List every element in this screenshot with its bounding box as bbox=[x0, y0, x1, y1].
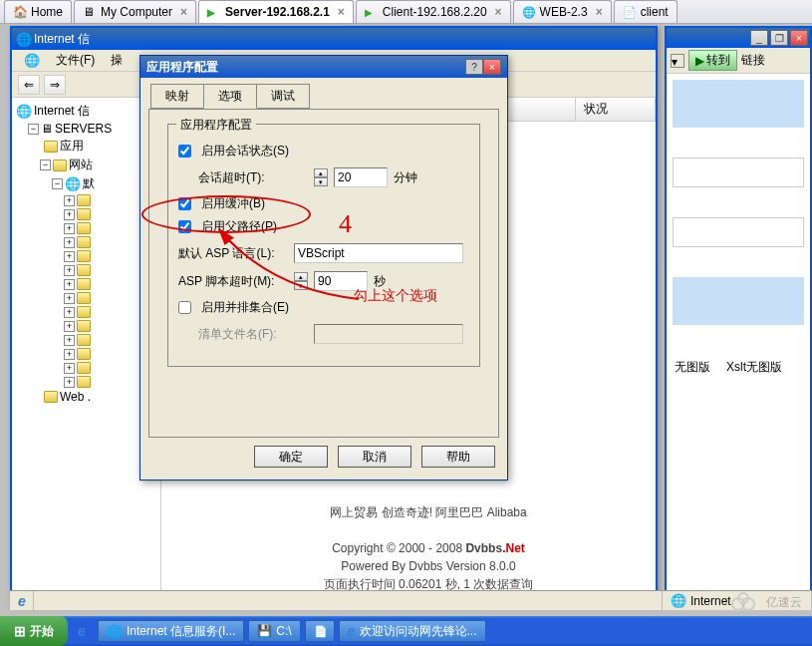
tab-client1[interactable]: Client-192.168.2.20× bbox=[356, 0, 511, 23]
server-icon bbox=[365, 5, 379, 19]
ie-icon bbox=[78, 623, 86, 639]
enable-parent-path-checkbox[interactable] bbox=[178, 220, 191, 233]
close-icon[interactable]: × bbox=[596, 5, 603, 19]
tree-toggle[interactable]: + bbox=[64, 377, 75, 388]
tree-toggle[interactable]: + bbox=[64, 251, 75, 262]
folder-icon bbox=[77, 320, 91, 332]
tree-site[interactable]: 网站 bbox=[69, 157, 93, 173]
browser-titlebar[interactable]: _ ❐ × bbox=[667, 28, 810, 48]
app-icon bbox=[623, 5, 637, 19]
enable-parent-path-row: 启用父路径(P) bbox=[178, 218, 469, 235]
menu-action[interactable]: 操 bbox=[105, 50, 129, 71]
session-timeout-input[interactable] bbox=[334, 167, 388, 187]
dropdown-button[interactable]: ▾ bbox=[671, 54, 684, 68]
ql-ie[interactable] bbox=[72, 621, 92, 641]
tab-label: My Computer bbox=[101, 5, 172, 19]
tree-toggle[interactable]: + bbox=[64, 321, 75, 332]
tree-default-site[interactable]: 默 bbox=[83, 175, 95, 192]
task-label: 欢迎访问动网先锋论... bbox=[360, 623, 477, 640]
close-button[interactable]: × bbox=[790, 30, 808, 46]
browser-panel: _ ❐ × ▾ ▶转到 链接 无图版 Xslt无图版 bbox=[665, 26, 812, 604]
content-block bbox=[673, 80, 804, 128]
tab-home[interactable]: Home bbox=[4, 0, 72, 23]
script-spinner[interactable]: ▴▾ bbox=[294, 272, 308, 290]
close-icon[interactable]: × bbox=[180, 5, 187, 19]
link-xslt[interactable]: Xslt无图版 bbox=[726, 359, 782, 376]
brand-suffix: .Net bbox=[502, 541, 525, 555]
close-icon[interactable]: × bbox=[338, 5, 345, 19]
task-iis[interactable]: Internet 信息服务(I... bbox=[98, 620, 244, 642]
tree-root[interactable]: Internet 信 bbox=[34, 103, 90, 120]
tree-server[interactable]: SERVERS bbox=[55, 122, 112, 136]
tab-debug[interactable]: 调试 bbox=[256, 84, 310, 109]
iis-titlebar[interactable]: Internet 信 bbox=[12, 28, 656, 50]
enable-sidebyside-checkbox[interactable] bbox=[178, 301, 191, 314]
go-label: 转到 bbox=[706, 52, 730, 69]
tree-toggle[interactable]: + bbox=[64, 307, 75, 318]
task-doc[interactable] bbox=[305, 620, 335, 642]
tree-toggle[interactable]: + bbox=[64, 237, 75, 248]
help-button[interactable]: ? bbox=[465, 59, 483, 75]
tab-server[interactable]: Server-192.168.2.1× bbox=[198, 0, 354, 23]
task-explorer[interactable]: C:\ bbox=[248, 620, 300, 642]
tab-client2[interactable]: client bbox=[614, 0, 677, 23]
restore-button[interactable]: ❐ bbox=[770, 30, 788, 46]
task-label: C:\ bbox=[276, 624, 291, 638]
tab-mapping[interactable]: 映射 bbox=[150, 84, 204, 109]
folder-icon bbox=[44, 391, 58, 403]
task-ie[interactable]: 欢迎访问动网先锋论... bbox=[339, 620, 486, 642]
tree-app[interactable]: 应用 bbox=[60, 138, 84, 155]
tree-toggle[interactable]: + bbox=[64, 265, 75, 276]
close-button[interactable]: × bbox=[483, 59, 501, 75]
tree-toggle[interactable]: + bbox=[64, 209, 75, 220]
tab-options[interactable]: 选项 bbox=[203, 84, 257, 109]
folder-icon bbox=[77, 376, 91, 388]
minimize-button[interactable]: _ bbox=[750, 30, 768, 46]
back-button[interactable]: ⇐ bbox=[18, 75, 40, 95]
watermark: 亿速云 bbox=[730, 592, 802, 612]
session-spinner[interactable]: ▴▾ bbox=[314, 168, 328, 186]
tree-toggle[interactable]: + bbox=[64, 335, 75, 346]
close-icon[interactable]: × bbox=[495, 5, 502, 19]
tree-toggle[interactable]: − bbox=[40, 160, 51, 170]
help-button[interactable]: 帮助 bbox=[421, 446, 495, 468]
forward-button[interactable]: ⇒ bbox=[44, 75, 66, 95]
folder-icon bbox=[77, 292, 91, 304]
dialog-titlebar[interactable]: 应用程序配置 ? × bbox=[140, 56, 507, 78]
enable-buffer-checkbox[interactable] bbox=[178, 197, 191, 210]
tree-toggle[interactable]: − bbox=[52, 178, 63, 189]
col-status[interactable]: 状况 bbox=[576, 98, 656, 121]
script-timeout-row: ASP 脚本超时(M): ▴▾ 秒 bbox=[178, 271, 469, 291]
ok-button[interactable]: 确定 bbox=[254, 446, 328, 468]
script-timeout-input[interactable] bbox=[314, 271, 368, 291]
tree-toggle[interactable]: + bbox=[64, 349, 75, 360]
tab-web23[interactable]: WEB-2.3× bbox=[513, 0, 612, 23]
tree-toggle[interactable]: − bbox=[28, 124, 39, 135]
links-label[interactable]: 链接 bbox=[741, 52, 765, 69]
start-button[interactable]: 开始 bbox=[0, 616, 68, 646]
go-button[interactable]: ▶转到 bbox=[688, 50, 737, 71]
tab-my-computer[interactable]: My Computer× bbox=[74, 0, 196, 23]
folder-icon bbox=[77, 236, 91, 248]
tree-toggle[interactable]: + bbox=[64, 195, 75, 206]
session-timeout-row: 会话超时(T): ▴▾ 分钟 bbox=[178, 167, 469, 187]
menu-file[interactable]: 文件(F) bbox=[50, 50, 101, 71]
tree-toggle[interactable]: + bbox=[64, 363, 75, 374]
asp-lang-input[interactable] bbox=[294, 243, 463, 263]
status-text bbox=[34, 591, 663, 610]
tree-web[interactable]: Web . bbox=[60, 390, 91, 404]
tab-label: Client-192.168.2.20 bbox=[383, 5, 487, 19]
tree-toggle[interactable]: + bbox=[64, 279, 75, 290]
enable-session-checkbox[interactable] bbox=[178, 145, 191, 158]
taskbar: 开始 Internet 信息服务(I... C:\ 欢迎访问动网先锋论... bbox=[0, 616, 812, 646]
link-noimage[interactable]: 无图版 bbox=[675, 359, 710, 376]
server-icon bbox=[41, 122, 53, 136]
cancel-button[interactable]: 取消 bbox=[338, 446, 411, 468]
footer-copyright: Copyright © 2000 - 2008 Dvbbs.Net bbox=[279, 539, 578, 557]
vm-tab-bar: Home My Computer× Server-192.168.2.1× Cl… bbox=[0, 0, 812, 24]
footer-powered: Powered By Dvbbs Version 8.0.0 bbox=[279, 557, 578, 575]
ie-icon bbox=[348, 623, 356, 639]
tree-toggle[interactable]: + bbox=[64, 223, 75, 234]
script-timeout-label: ASP 脚本超时(M): bbox=[178, 273, 288, 290]
tree-toggle[interactable]: + bbox=[64, 293, 75, 304]
